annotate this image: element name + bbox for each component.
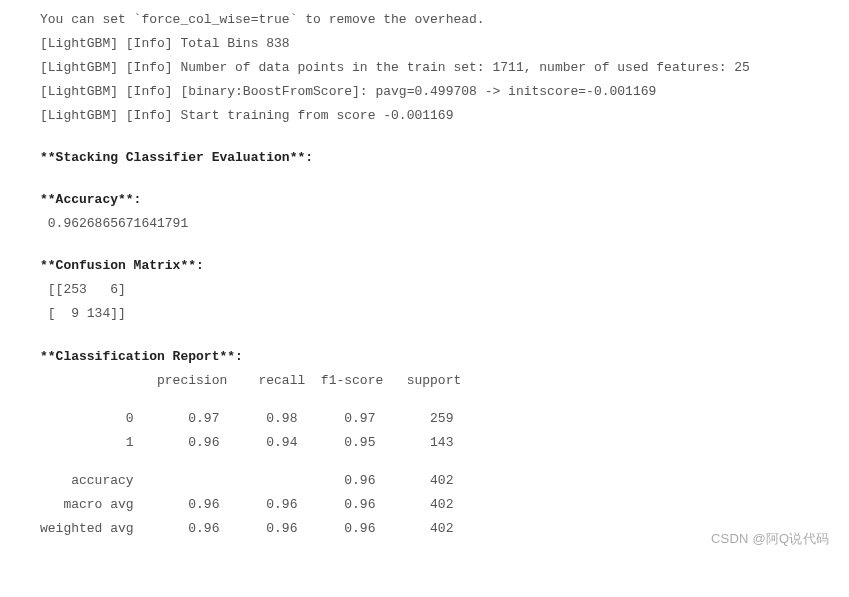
accuracy-value: 0.9626865671641791	[40, 212, 809, 236]
report-row-class0: 0 0.97 0.98 0.97 259	[40, 407, 809, 431]
section-header-confusion: **Confusion Matrix**:	[40, 254, 809, 278]
section-header-accuracy: **Accuracy**:	[40, 188, 809, 212]
spacer	[40, 455, 809, 469]
confusion-matrix-row: [[253 6]	[40, 278, 809, 302]
spacer	[40, 327, 809, 341]
confusion-matrix-row: [ 9 134]]	[40, 302, 809, 326]
log-line: [LightGBM] [Info] Start training from sc…	[40, 104, 809, 128]
spacer	[40, 393, 809, 407]
report-row-macro: macro avg 0.96 0.96 0.96 402	[40, 493, 809, 517]
report-row-accuracy: accuracy 0.96 402	[40, 469, 809, 493]
section-header-evaluation: **Stacking Classifier Evaluation**:	[40, 146, 809, 170]
log-line: You can set `force_col_wise=true` to rem…	[40, 8, 809, 32]
log-line: [LightGBM] [Info] Total Bins 838	[40, 32, 809, 56]
report-row-weighted: weighted avg 0.96 0.96 0.96 402	[40, 517, 809, 541]
report-row-class1: 1 0.96 0.94 0.95 143	[40, 431, 809, 455]
report-columns: precision recall f1-score support	[40, 369, 809, 393]
watermark: CSDN @阿Q说代码	[711, 527, 829, 551]
log-line: [LightGBM] [Info] [binary:BoostFromScore…	[40, 80, 809, 104]
spacer	[40, 128, 809, 142]
log-line: [LightGBM] [Info] Number of data points …	[40, 56, 809, 80]
spacer	[40, 236, 809, 250]
spacer	[40, 170, 809, 184]
section-header-report: **Classification Report**:	[40, 345, 809, 369]
